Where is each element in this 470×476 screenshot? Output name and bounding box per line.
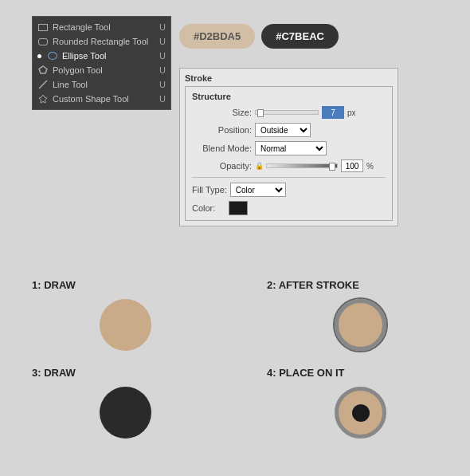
tool-shortcut: U: [159, 94, 166, 104]
demo-item-1: 1: DRAW: [32, 279, 219, 351]
sidebar-item-ellipse[interactable]: Ellipse Tool U: [33, 49, 170, 63]
swatch-dark[interactable]: #C7BEAC: [261, 24, 339, 49]
demo-item-2: 2: AFTER STROKE: [267, 279, 454, 351]
opacity-unit: %: [366, 162, 374, 171]
demo-section: 1: DRAW 2: AFTER STROKE 3: DRAW 4: PLACE…: [32, 279, 454, 439]
svg-line-1: [39, 81, 47, 89]
color-swatches: #D2BDA5 #C7BEAC: [179, 24, 339, 49]
svg-marker-0: [39, 66, 47, 73]
tool-shortcut: U: [159, 37, 166, 46]
demo-label-2: 2: AFTER STROKE: [267, 279, 359, 291]
lock-icon: 🔒: [255, 162, 263, 170]
demo-item-4: 4: PLACE ON IT: [267, 367, 454, 439]
demo-circle-container-1: [32, 299, 219, 351]
ellipse-icon: [47, 50, 58, 61]
stroke-title: Stroke: [185, 73, 393, 83]
size-input[interactable]: [322, 106, 344, 119]
opacity-slider-thumb[interactable]: [329, 163, 335, 171]
tool-shortcut: U: [159, 65, 166, 75]
sidebar-item-line[interactable]: Line Tool U: [33, 77, 170, 92]
opacity-input[interactable]: [341, 159, 363, 172]
tool-label: Custom Shape Tool: [53, 94, 129, 104]
demo-circle-container-3: [32, 387, 219, 439]
tool-shortcut: U: [159, 22, 166, 32]
active-indicator: [37, 54, 41, 58]
position-select[interactable]: Outside Inside Center: [255, 123, 311, 137]
demo-item-3: 3: DRAW: [32, 367, 219, 439]
position-row: Position: Outside Inside Center: [192, 123, 386, 137]
blend-mode-row: Blend Mode: Normal Multiply Screen Overl…: [192, 141, 386, 155]
demo-circle-4-outer: [335, 387, 386, 439]
tool-label: Line Tool: [53, 80, 88, 89]
tool-label: Ellipse Tool: [62, 51, 106, 61]
blend-label: Blend Mode:: [192, 144, 252, 153]
opacity-slider[interactable]: [266, 163, 338, 168]
stroke-panel: Stroke Structure Size: px Position: Outs…: [179, 68, 398, 226]
swatch-light[interactable]: #D2BDA5: [179, 24, 255, 49]
size-unit: px: [347, 108, 356, 117]
fill-type-label: Fill Type:: [192, 185, 227, 195]
sidebar-item-polygon[interactable]: Polygon Tool U: [33, 63, 170, 77]
blend-select[interactable]: Normal Multiply Screen Overlay: [255, 141, 327, 155]
demo-circle-3: [100, 387, 151, 439]
tool-label: Polygon Tool: [53, 65, 103, 75]
tool-panel: Rectangle Tool U Rounded Rectangle Tool …: [32, 16, 171, 110]
position-label: Position:: [192, 125, 252, 135]
size-label: Size:: [192, 108, 252, 117]
demo-label-1: 1: DRAW: [32, 279, 76, 291]
divider: [192, 177, 386, 178]
demo-circle-1: [100, 299, 151, 351]
color-swatch[interactable]: [229, 201, 248, 215]
size-slider[interactable]: [255, 110, 319, 115]
sidebar-item-rectangle[interactable]: Rectangle Tool U: [33, 20, 170, 34]
sidebar-item-rounded-rect[interactable]: Rounded Rectangle Tool U: [33, 34, 170, 49]
color-label: Color:: [192, 203, 224, 213]
demo-circle-4-inner: [352, 404, 370, 422]
demo-circle-2: [335, 299, 386, 351]
line-icon: [37, 79, 49, 90]
demo-label-3: 3: DRAW: [32, 367, 76, 379]
structure-title: Structure: [192, 92, 386, 101]
demo-circle-container-2: [267, 299, 454, 351]
size-row: Size: px: [192, 106, 386, 119]
fill-type-row: Fill Type: Color Gradient Pattern: [192, 183, 386, 197]
sidebar-item-custom-shape[interactable]: Custom Shape Tool U: [33, 92, 170, 106]
fill-type-select[interactable]: Color Gradient Pattern: [230, 183, 286, 197]
size-slider-thumb[interactable]: [257, 109, 264, 117]
rounded-rect-icon: [37, 36, 49, 47]
rectangle-icon: [37, 22, 49, 33]
tool-shortcut: U: [159, 51, 166, 61]
tool-shortcut: U: [159, 80, 166, 89]
stroke-inner: Structure Size: px Position: Outside Ins…: [185, 86, 393, 221]
custom-shape-icon: [37, 93, 49, 104]
opacity-row: Opacity: 🔒 %: [192, 159, 386, 172]
tool-label: Rectangle Tool: [53, 22, 111, 32]
demo-label-4: 4: PLACE ON IT: [267, 367, 345, 379]
opacity-label: Opacity:: [192, 161, 252, 171]
polygon-icon: [37, 65, 49, 76]
color-row: Color:: [192, 201, 386, 215]
demo-circle-container-4: [267, 387, 454, 439]
demo-grid: 1: DRAW 2: AFTER STROKE 3: DRAW 4: PLACE…: [32, 279, 454, 439]
tool-label: Rounded Rectangle Tool: [53, 37, 148, 46]
